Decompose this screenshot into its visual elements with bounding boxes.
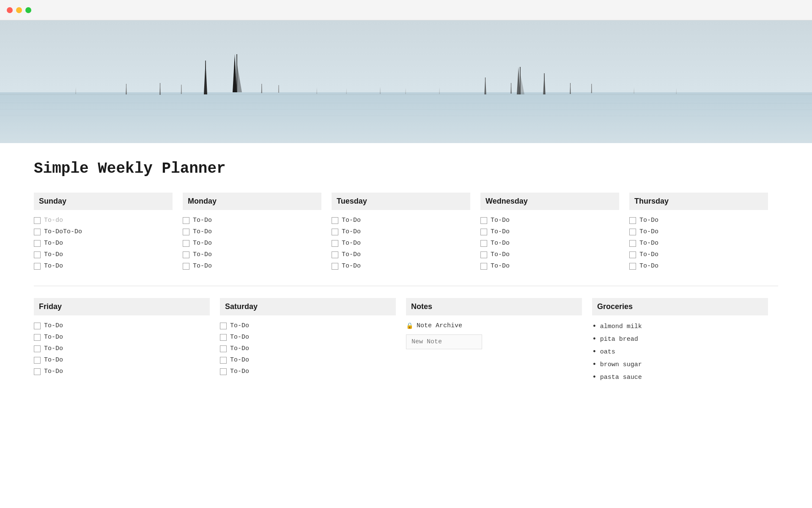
checkbox[interactable] bbox=[220, 334, 227, 341]
checkbox[interactable] bbox=[220, 323, 227, 329]
checkbox[interactable] bbox=[332, 229, 338, 235]
todo-item[interactable]: To-Do bbox=[34, 251, 173, 258]
todo-item[interactable]: To-Do bbox=[480, 228, 619, 235]
todo-item[interactable]: To-Do bbox=[183, 262, 321, 270]
todo-item[interactable]: To-Do bbox=[480, 217, 619, 224]
checkbox[interactable] bbox=[34, 217, 41, 224]
todo-item[interactable]: To-Do bbox=[34, 368, 210, 375]
todo-text: To-Do bbox=[491, 228, 510, 235]
friday-header: Friday bbox=[34, 298, 210, 315]
checkbox[interactable] bbox=[34, 251, 41, 258]
todo-text: To-Do bbox=[44, 345, 63, 352]
todo-item[interactable]: To-Do bbox=[629, 251, 768, 258]
checkbox[interactable] bbox=[220, 357, 227, 364]
todo-text: To-Do bbox=[342, 240, 361, 247]
todo-text: To-Do bbox=[491, 240, 510, 247]
todo-item[interactable]: To-Do bbox=[183, 240, 321, 247]
todo-text: To-Do bbox=[491, 251, 510, 258]
checkbox[interactable] bbox=[34, 368, 41, 375]
minimize-button[interactable] bbox=[16, 7, 22, 13]
checkbox[interactable] bbox=[629, 240, 636, 247]
checkbox[interactable] bbox=[332, 263, 338, 270]
monday-column: Monday To-Do To-Do To-Do To-Do To-Do bbox=[183, 193, 332, 286]
todo-item[interactable]: To-Do bbox=[332, 262, 470, 270]
saturday-column: Saturday To-Do To-Do To-Do To-Do To-Do bbox=[220, 298, 406, 391]
checkbox[interactable] bbox=[34, 345, 41, 352]
new-note-input[interactable] bbox=[406, 334, 482, 349]
checkbox[interactable] bbox=[183, 229, 189, 235]
grocery-text: pasta sauce bbox=[600, 374, 642, 381]
todo-text: To-Do bbox=[44, 356, 63, 364]
todo-item[interactable]: To-Do bbox=[332, 217, 470, 224]
todo-item[interactable]: To-Do bbox=[34, 345, 210, 352]
todo-text: To-Do bbox=[44, 368, 63, 375]
checkbox[interactable] bbox=[183, 263, 189, 270]
notes-header: Notes bbox=[406, 298, 582, 315]
todo-text: To-Do bbox=[44, 251, 63, 258]
checkbox[interactable] bbox=[332, 240, 338, 247]
todo-item[interactable]: To-Do bbox=[34, 240, 173, 247]
checkbox[interactable] bbox=[183, 251, 189, 258]
checkbox[interactable] bbox=[34, 323, 41, 329]
todo-item[interactable]: To-Do bbox=[332, 240, 470, 247]
todo-item[interactable]: To-DoTo-Do bbox=[34, 228, 173, 235]
wednesday-column: Wednesday To-Do To-Do To-Do To-Do To-Do bbox=[480, 193, 629, 286]
checkbox[interactable] bbox=[332, 217, 338, 224]
todo-item[interactable]: To-Do bbox=[220, 345, 396, 352]
tuesday-column: Tuesday To-Do To-Do To-Do To-Do To-Do bbox=[332, 193, 480, 286]
todo-item[interactable]: To-Do bbox=[183, 217, 321, 224]
todo-item[interactable]: To-Do bbox=[629, 240, 768, 247]
checkbox[interactable] bbox=[183, 240, 189, 247]
checkbox[interactable] bbox=[480, 251, 487, 258]
checkbox[interactable] bbox=[34, 229, 41, 235]
saturday-header: Saturday bbox=[220, 298, 396, 315]
sunday-header: Sunday bbox=[34, 193, 173, 210]
checkbox[interactable] bbox=[480, 240, 487, 247]
checkbox[interactable] bbox=[183, 217, 189, 224]
grocery-item: • almond milk bbox=[592, 322, 768, 331]
todo-item[interactable]: To-Do bbox=[220, 322, 396, 329]
checkbox[interactable] bbox=[34, 263, 41, 270]
week-grid-top: Sunday To-do To-DoTo-Do To-Do To-Do To-D… bbox=[34, 193, 778, 286]
checkbox[interactable] bbox=[34, 240, 41, 247]
checkbox[interactable] bbox=[480, 229, 487, 235]
todo-text: To-Do bbox=[491, 262, 510, 270]
todo-text: To-Do bbox=[193, 217, 212, 224]
todo-text: To-Do bbox=[193, 251, 212, 258]
todo-item[interactable]: To-Do bbox=[332, 228, 470, 235]
checkbox[interactable] bbox=[220, 345, 227, 352]
checkbox[interactable] bbox=[629, 263, 636, 270]
todo-item[interactable]: To-Do bbox=[34, 262, 173, 270]
todo-item[interactable]: To-Do bbox=[629, 217, 768, 224]
todo-item[interactable]: To-Do bbox=[34, 334, 210, 341]
todo-item[interactable]: To-Do bbox=[220, 368, 396, 375]
tuesday-header: Tuesday bbox=[332, 193, 470, 210]
todo-item[interactable]: To-Do bbox=[34, 322, 210, 329]
checkbox[interactable] bbox=[332, 251, 338, 258]
todo-item[interactable]: To-Do bbox=[480, 251, 619, 258]
note-archive-label: Note Archive bbox=[417, 322, 462, 329]
checkbox[interactable] bbox=[480, 217, 487, 224]
checkbox[interactable] bbox=[220, 368, 227, 375]
close-button[interactable] bbox=[7, 7, 13, 13]
maximize-button[interactable] bbox=[25, 7, 31, 13]
checkbox[interactable] bbox=[34, 334, 41, 341]
todo-item[interactable]: To-Do bbox=[183, 251, 321, 258]
checkbox[interactable] bbox=[480, 263, 487, 270]
todo-item[interactable]: To-Do bbox=[480, 240, 619, 247]
checkbox[interactable] bbox=[34, 357, 41, 364]
checkbox[interactable] bbox=[629, 251, 636, 258]
todo-item[interactable]: To-Do bbox=[629, 262, 768, 270]
todo-item[interactable]: To-do bbox=[34, 217, 173, 224]
todo-item[interactable]: To-Do bbox=[34, 356, 210, 364]
todo-item[interactable]: To-Do bbox=[480, 262, 619, 270]
page-title: Simple Weekly Planner bbox=[34, 160, 778, 177]
note-archive-item[interactable]: 🔒 Note Archive bbox=[406, 322, 582, 329]
todo-item[interactable]: To-Do bbox=[629, 228, 768, 235]
checkbox[interactable] bbox=[629, 229, 636, 235]
todo-item[interactable]: To-Do bbox=[220, 356, 396, 364]
checkbox[interactable] bbox=[629, 217, 636, 224]
todo-item[interactable]: To-Do bbox=[183, 228, 321, 235]
todo-item[interactable]: To-Do bbox=[220, 334, 396, 341]
todo-item[interactable]: To-Do bbox=[332, 251, 470, 258]
